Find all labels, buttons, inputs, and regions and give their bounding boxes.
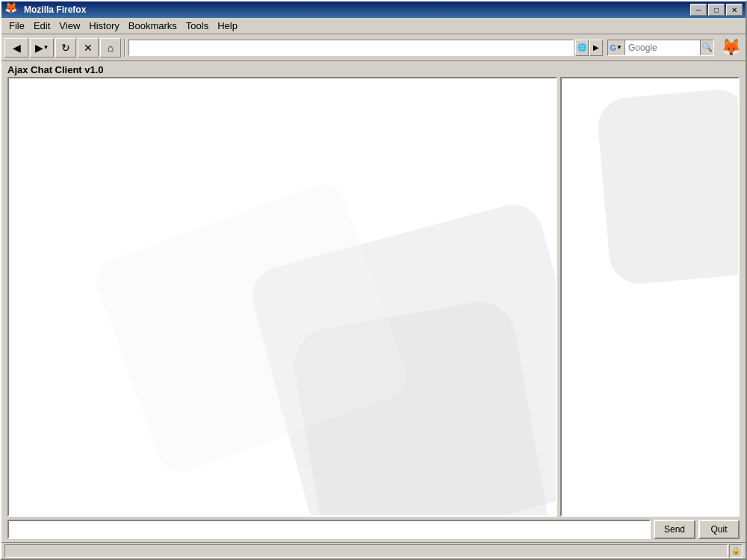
firefox-icon: 🦊 [4, 1, 21, 18]
status-bar: 🔒 [1, 542, 746, 559]
minimize-button[interactable]: ─ [690, 4, 707, 16]
address-bar-container: 🌐 ▶ G ▼ 🔍 [128, 40, 714, 56]
search-icon: 🔍 [702, 43, 713, 52]
input-area: Send Quit [1, 517, 746, 542]
globe-button[interactable]: 🌐 [575, 40, 589, 56]
status-text [4, 544, 728, 558]
search-engine-dropdown[interactable]: G ▼ [608, 40, 625, 55]
users-list-area[interactable] [562, 78, 738, 515]
restore-button[interactable]: □ [708, 4, 725, 16]
forward-button[interactable]: ▶ ▼ [30, 38, 54, 57]
title-bar: 🦊 Mozilla Firefox ─ □ ✕ [1, 1, 746, 18]
lock-icon: 🔒 [731, 547, 740, 555]
page-title: Ajax Chat Client v1.0 [1, 61, 746, 77]
back-icon: ◀ [13, 42, 21, 54]
quit-button[interactable]: Quit [698, 520, 740, 539]
address-icons: 🌐 ▶ [575, 40, 603, 56]
home-icon: ⌂ [108, 42, 114, 54]
menu-file[interactable]: File [4, 19, 29, 33]
toolbar: ◀ ▶ ▼ ↻ ✕ ⌂ 🌐 ▶ [1, 34, 746, 61]
google-icon: G [610, 43, 617, 52]
menu-bar: File Edit View History Bookmarks Tools H… [1, 18, 746, 34]
security-icon: 🔒 [729, 544, 743, 558]
stop-icon: ✕ [84, 42, 93, 54]
search-button[interactable]: 🔍 [700, 40, 713, 55]
window-controls: ─ □ ✕ [690, 4, 743, 16]
address-input[interactable] [128, 40, 574, 56]
refresh-button[interactable]: ↻ [55, 38, 76, 57]
search-container: G ▼ 🔍 [607, 40, 714, 56]
window-title: Mozilla Firefox [24, 4, 690, 15]
menu-tools[interactable]: Tools [182, 19, 213, 33]
home-button[interactable]: ⌂ [100, 38, 121, 57]
globe-icon: 🌐 [577, 43, 586, 52]
firefox-brand-icon: 🦊 [721, 38, 741, 57]
content-area: Ajax Chat Client v1.0 [1, 61, 746, 542]
go-button[interactable]: ▶ [589, 40, 603, 56]
menu-bookmarks[interactable]: Bookmarks [124, 19, 182, 33]
toolbar-separator [124, 39, 125, 57]
chat-users-panel [560, 77, 740, 517]
dropdown-icon: ▼ [43, 44, 49, 51]
forward-icon: ▶ [35, 42, 43, 54]
users-watermark [595, 87, 738, 286]
menu-history[interactable]: History [84, 19, 123, 33]
chat-container [1, 77, 746, 517]
close-button[interactable]: ✕ [726, 4, 743, 16]
menu-view[interactable]: View [55, 19, 84, 33]
send-button[interactable]: Send [654, 520, 695, 539]
chat-messages-area[interactable] [9, 78, 556, 515]
refresh-icon: ↻ [61, 42, 70, 54]
message-input[interactable] [7, 520, 651, 539]
go-icon: ▶ [593, 43, 599, 52]
firefox-logo-btn[interactable]: 🦊 [719, 36, 743, 60]
search-dropdown-arrow: ▼ [616, 44, 622, 51]
menu-edit[interactable]: Edit [29, 19, 55, 33]
menu-help[interactable]: Help [213, 19, 242, 33]
chat-main-panel [7, 77, 557, 517]
back-button[interactable]: ◀ [4, 38, 28, 57]
search-input[interactable] [625, 40, 700, 55]
stop-button[interactable]: ✕ [78, 38, 99, 57]
browser-window: 🦊 Mozilla Firefox ─ □ ✕ File Edit View H… [0, 0, 747, 560]
